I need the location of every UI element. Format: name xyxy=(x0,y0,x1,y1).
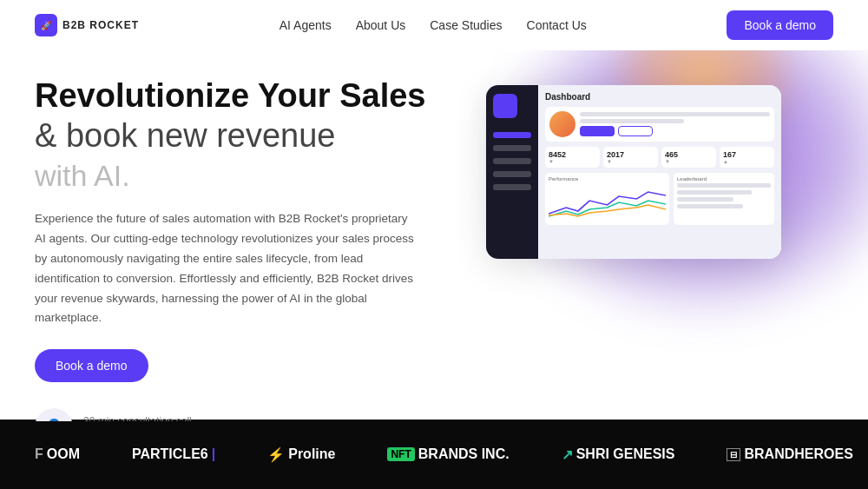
dash-sb-item-1 xyxy=(493,132,531,138)
dashboard-title: Dashboard xyxy=(545,92,774,102)
dashboard-text-lines xyxy=(580,112,770,136)
dash-stat-2: 2017 ▼ xyxy=(603,147,658,168)
dash-stat-3: 465 ▼ xyxy=(661,147,716,168)
hero-title-bold: Revolutionize Your Sales xyxy=(35,77,426,114)
dash-stat-1: 8452 ▼ xyxy=(545,147,600,168)
brand-brandheroes: ⊟ BRANDHEROES xyxy=(727,446,852,462)
lb-row-1 xyxy=(677,183,771,188)
dashboard-charts: Performance Leaderboard xyxy=(545,173,774,225)
dashboard-figure-row xyxy=(545,107,774,142)
nav-book-demo-button[interactable]: Book a demo xyxy=(727,10,833,40)
dash-stat-4: 167 ▲ xyxy=(720,147,774,168)
brands-bar: FOOM PARTICLE6| ⚡ Proline NFT BRANDS INC… xyxy=(0,420,868,489)
nav-ai-agents[interactable]: AI Agents xyxy=(279,18,332,32)
hero-book-demo-button[interactable]: Book a demo xyxy=(35,349,148,382)
hero-title-normal: & book new revenue xyxy=(35,117,335,154)
nav-case-studies[interactable]: Case Studies xyxy=(430,18,502,32)
dash-sb-item-4 xyxy=(493,171,531,177)
dash-btn-row xyxy=(580,126,770,136)
brand-proline: ⚡ Proline xyxy=(267,446,335,463)
dashboard-main: Dashboard 8452 ▼ xyxy=(538,85,781,259)
brand-particle6: PARTICLE6| xyxy=(132,446,215,462)
dash-sb-item-5 xyxy=(493,184,531,190)
dashboard-stats: 8452 ▼ 2017 ▼ 465 ▼ 167 ▲ xyxy=(545,147,774,168)
logo-text: B2B ROCKET xyxy=(62,19,139,31)
dashboard-avatar xyxy=(549,111,575,137)
dash-logo-icon xyxy=(493,94,517,118)
nav-about-us[interactable]: About Us xyxy=(356,18,406,32)
dashboard-mockup: Dashboard 8452 ▼ xyxy=(486,85,781,259)
dash-cta-btn xyxy=(580,126,615,136)
lb-row-4 xyxy=(677,204,743,208)
brands-track: FOOM PARTICLE6| ⚡ Proline NFT BRANDS INC… xyxy=(0,446,868,463)
logo[interactable]: 🚀 B2B ROCKET xyxy=(35,14,139,36)
brand-shri-genesis: ↗ SHRI GENESIS xyxy=(562,446,675,463)
hero-left: Revolutionize Your Sales & book new reve… xyxy=(35,76,434,421)
lb-row-3 xyxy=(677,197,733,202)
consult-label: 30 min consultation call xyxy=(83,415,195,421)
dashboard-sidebar xyxy=(486,85,538,259)
consult-avatar: 👤 xyxy=(35,408,73,421)
performance-chart: Performance xyxy=(545,173,669,225)
nav-contact-us[interactable]: Contact Us xyxy=(527,18,587,32)
hero-description: Experience the future of sales automatio… xyxy=(35,209,417,329)
brand-foom: FOOM xyxy=(35,446,80,462)
nav-links: AI Agents About Us Case Studies Contact … xyxy=(279,17,587,33)
hero-section: Revolutionize Your Sales & book new reve… xyxy=(0,50,868,421)
hero-right: Dashboard 8452 ▼ xyxy=(434,76,833,421)
dash-outline-btn xyxy=(618,126,653,136)
leaderboard-chart: Leaderboard xyxy=(674,173,774,225)
hero-title-ai: with AI. xyxy=(35,159,130,192)
hero-title: Revolutionize Your Sales & book new reve… xyxy=(35,76,434,195)
consult-text: 30 min consultation call Speak with an e… xyxy=(83,415,195,421)
consultation-row: 👤 30 min consultation call Speak with an… xyxy=(35,408,434,421)
performance-svg xyxy=(549,183,666,218)
lb-row-2 xyxy=(677,190,752,195)
navbar: 🚀 B2B ROCKET AI Agents About Us Case Stu… xyxy=(0,0,868,50)
logo-icon: 🚀 xyxy=(35,14,57,36)
dash-sb-item-2 xyxy=(493,145,531,151)
dash-sb-item-3 xyxy=(493,158,531,164)
leaderboard-rows xyxy=(677,183,771,208)
dash-tl-2 xyxy=(580,119,684,123)
dash-tl-1 xyxy=(580,112,770,116)
brand-nft: NFT BRANDS INC. xyxy=(387,446,509,462)
